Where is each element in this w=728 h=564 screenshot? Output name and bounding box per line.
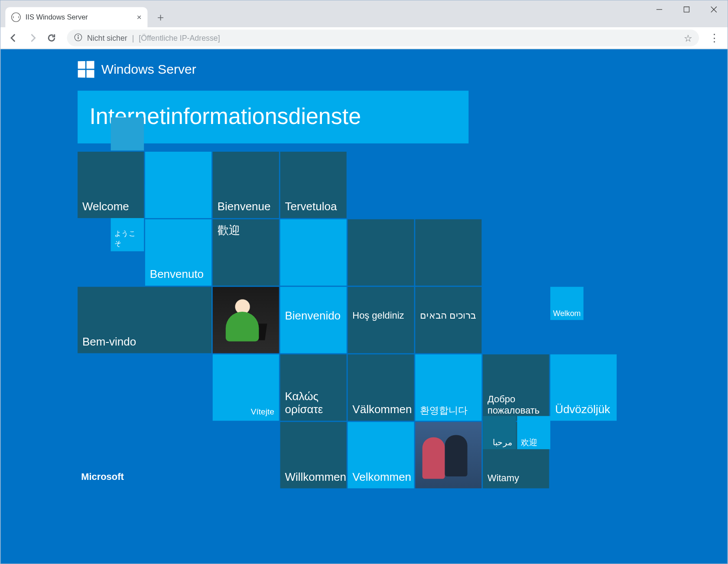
- tile-welcome-en[interactable]: Welcome: [78, 152, 144, 218]
- tab-title: IIS Windows Server: [26, 13, 88, 21]
- toolbar: Nicht sicher | [Öffentliche IP-Adresse] …: [0, 27, 727, 49]
- menu-icon[interactable]: ⋮: [706, 29, 722, 46]
- browser-window: IIS Windows Server × ＋: [0, 0, 728, 564]
- separator: |: [132, 33, 134, 42]
- close-icon[interactable]: [700, 0, 728, 18]
- window-controls: [646, 0, 728, 18]
- tile-decor-cyan-2: [280, 219, 347, 286]
- tile-benvenuto[interactable]: Benvenuto: [145, 219, 211, 286]
- tile-bienvenido[interactable]: Bienvenido: [280, 287, 347, 353]
- welcome-tile-grid: Welcome Bienvenue Tervetuloa ようこそ Benven…: [78, 152, 646, 488]
- tile-decor-cyan: [145, 152, 211, 218]
- svg-rect-1: [684, 7, 689, 12]
- svg-rect-6: [78, 36, 78, 39]
- url-text: [Öffentliche IP-Adresse]: [139, 33, 220, 42]
- tile-decor-dark-2: [415, 219, 481, 286]
- footer-cell: [78, 422, 211, 488]
- tile-velkommen[interactable]: Velkommen: [348, 422, 414, 488]
- new-tab-button[interactable]: ＋: [152, 9, 169, 26]
- tile-hosgeldiniz[interactable]: Hoş geldiniz: [348, 287, 414, 353]
- titlebar: IIS Windows Server × ＋: [0, 0, 727, 27]
- page-viewport: Windows Server Internetinformationsdiens…: [0, 49, 727, 564]
- tile-russian[interactable]: Добро пожаловать: [483, 354, 549, 421]
- maximize-icon[interactable]: [673, 0, 700, 18]
- tile-tervetuloa[interactable]: Tervetuloa: [280, 152, 347, 218]
- close-tab-icon[interactable]: ×: [137, 13, 142, 22]
- tile-arabic[interactable]: مرحبا: [483, 416, 516, 450]
- tile-hungarian[interactable]: Üdvözöljük: [550, 354, 617, 421]
- tile-bienvenue[interactable]: Bienvenue: [213, 152, 279, 218]
- security-label: Nicht sicher: [87, 33, 127, 42]
- tile-decor-small: [111, 117, 144, 151]
- tile-kalos[interactable]: Καλώς ορίσατε: [280, 354, 347, 421]
- tile-vitejte[interactable]: Vítejte: [213, 354, 279, 421]
- tile-photo-woman-laptop: [213, 287, 279, 353]
- back-icon[interactable]: [5, 29, 22, 46]
- tile-korean[interactable]: 환영합니다: [415, 354, 481, 421]
- tile-witamy[interactable]: مرحبا 欢迎 Witamy: [483, 422, 549, 488]
- browser-tab[interactable]: IIS Windows Server ×: [5, 7, 147, 27]
- tile-decor-dark-1: [348, 219, 414, 286]
- tile-welkom-container: Welkom: [550, 287, 617, 353]
- page-header: Windows Server: [78, 61, 646, 78]
- iis-page: Windows Server Internetinformationsdiens…: [78, 61, 646, 482]
- tile-valkommen[interactable]: Välkommen: [348, 354, 414, 421]
- info-icon: [74, 33, 82, 43]
- svg-point-5: [78, 35, 79, 36]
- reload-icon[interactable]: [43, 29, 60, 46]
- address-bar[interactable]: Nicht sicher | [Öffentliche IP-Adresse] …: [67, 29, 699, 46]
- forward-icon[interactable]: [24, 29, 41, 46]
- globe-icon: [11, 13, 21, 22]
- tile-hebrew[interactable]: ברוכים הבאים: [415, 287, 481, 353]
- header-brand: Windows Server: [101, 62, 196, 77]
- tile-willkommen[interactable]: Willkommen: [280, 422, 347, 488]
- tile-bemvindo[interactable]: Bem-vindo: [78, 287, 211, 353]
- tile-welkom[interactable]: Welkom: [550, 287, 584, 320]
- windows-logo-icon: [78, 61, 94, 78]
- tile-photo-two-people: [415, 422, 481, 488]
- minimize-icon[interactable]: [646, 0, 673, 18]
- bookmark-star-icon[interactable]: ☆: [684, 33, 692, 44]
- tile-jp-container: ようこそ: [78, 219, 144, 286]
- tile-huanying-tw[interactable]: 歡迎: [213, 219, 279, 286]
- tabstrip: IIS Windows Server × ＋: [0, 0, 169, 27]
- tile-youkoso[interactable]: ようこそ: [111, 218, 144, 251]
- tile-huanying-cn[interactable]: 欢迎: [517, 416, 550, 450]
